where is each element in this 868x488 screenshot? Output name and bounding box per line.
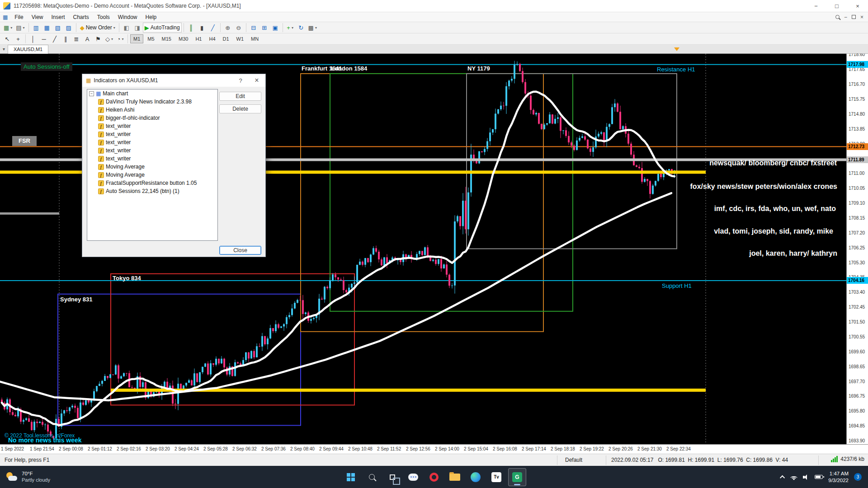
shapes-button[interactable]: ◇▾: [104, 34, 115, 44]
child-close-button[interactable]: ×: [860, 14, 863, 20]
line-chart-button[interactable]: ╱: [208, 23, 218, 33]
weather-widget[interactable]: 70°F Partly cloudy: [0, 466, 56, 488]
menu-charts[interactable]: Charts: [69, 12, 93, 22]
taskbar-clock[interactable]: 1:47 AM 9/3/2022: [828, 470, 849, 484]
wifi-icon[interactable]: [790, 474, 797, 480]
timeframe-h4[interactable]: H4: [206, 34, 218, 43]
active-app-button[interactable]: G: [508, 468, 526, 486]
delete-button[interactable]: Delete: [219, 104, 261, 113]
tradingview-button[interactable]: Tv: [487, 468, 505, 486]
search-button[interactable]: [363, 468, 381, 486]
menu-view[interactable]: View: [28, 12, 47, 22]
indicator-item[interactable]: fAuto Sessions 22,145 (btn) (1): [87, 187, 217, 195]
bar-chart-button[interactable]: ║: [186, 23, 197, 33]
new-chart-button[interactable]: ▦▾: [2, 23, 14, 33]
maximize-button[interactable]: □: [826, 0, 847, 12]
tree-root-row[interactable]: − ▦ Main chart: [87, 89, 217, 98]
cycle-lines-button[interactable]: ◔▾: [115, 34, 126, 44]
terminal-button[interactable]: ▨: [63, 23, 74, 33]
close-window-button[interactable]: ×: [847, 0, 868, 12]
indicator-item[interactable]: ftext_writer: [87, 155, 217, 163]
market-watch-button[interactable]: ▥: [31, 23, 42, 33]
add-indicator-button[interactable]: +▾: [285, 23, 296, 33]
candle-body: [421, 251, 423, 255]
menu-help[interactable]: Help: [142, 12, 161, 22]
zoom-out-button[interactable]: ⊖: [233, 23, 244, 33]
titlebar[interactable]: 117205698: MetaQuotes-Demo - Demo Accoun…: [0, 0, 868, 12]
minimize-button[interactable]: −: [806, 0, 826, 12]
timeframe-m5[interactable]: M5: [144, 34, 157, 43]
vertical-line-button[interactable]: │: [28, 34, 38, 44]
indicator-item[interactable]: ftext_writer: [87, 130, 217, 138]
timeframe-h1[interactable]: H1: [192, 34, 205, 43]
cursor-button[interactable]: ↖: [2, 34, 13, 44]
indicator-item[interactable]: ftext_writer: [87, 138, 217, 146]
window-menu-icon[interactable]: ▾: [0, 47, 8, 52]
task-view-button[interactable]: [383, 468, 401, 486]
price-scale[interactable]: 1718.601717.651716.701715.751714.801713.…: [846, 54, 868, 444]
indicator-item[interactable]: fbigger-tf-ohlc-indicator: [87, 114, 217, 122]
trendline-button[interactable]: ╱: [49, 34, 60, 44]
channel-button[interactable]: ∥: [60, 34, 71, 44]
edit-button[interactable]: Edit: [219, 92, 261, 101]
indicator-item[interactable]: fHeiken Ashi: [87, 106, 217, 114]
crosshair-button[interactable]: +: [13, 34, 24, 44]
start-button[interactable]: [342, 468, 360, 486]
auto-refresh-button[interactable]: ↻: [296, 23, 307, 33]
child-restore-button[interactable]: [852, 15, 856, 19]
tile-vertical-button[interactable]: ⊞: [259, 23, 270, 33]
menu-insert[interactable]: Insert: [47, 12, 69, 22]
data-window-button[interactable]: ▦: [42, 23, 52, 33]
timeframe-d1[interactable]: D1: [220, 34, 232, 43]
navigator-button[interactable]: ▧: [52, 23, 63, 33]
chart-window-icon[interactable]: ▦: [3, 14, 8, 20]
indicator-item[interactable]: fMoving Average: [87, 171, 217, 179]
horizontal-line-button[interactable]: ─: [38, 34, 49, 44]
dialog-titlebar[interactable]: ▦ Indicators on XAUUSD,M1 ? ×: [82, 74, 265, 87]
close-button[interactable]: Close: [219, 246, 261, 255]
timeframe-m1[interactable]: M1: [130, 34, 143, 43]
text-button[interactable]: A: [82, 34, 93, 44]
indicators-list[interactable]: − ▦ Main chart fDaVinci Truly News Indic…: [87, 89, 218, 241]
hidden-icons-chevron[interactable]: [780, 475, 785, 480]
dialog-close-icon[interactable]: ×: [250, 76, 264, 84]
indicator-item[interactable]: fDaVinci Truly News Indicator 2.3.98: [87, 98, 217, 106]
chat-button[interactable]: [404, 468, 422, 486]
indicator-item[interactable]: ftext_writer: [87, 122, 217, 130]
timeframe-mn[interactable]: MN: [248, 34, 262, 43]
menu-tools[interactable]: Tools: [93, 12, 114, 22]
menu-window[interactable]: Window: [114, 12, 142, 22]
candlestick-chart-button[interactable]: ▮: [197, 23, 208, 33]
chart-tab-xauusd[interactable]: XAUUSD,M1: [8, 45, 48, 54]
status-profile[interactable]: Default: [565, 457, 582, 463]
metaeditor-button[interactable]: ◧: [121, 23, 132, 33]
indicator-item[interactable]: fMoving Average: [87, 163, 217, 171]
collapse-icon[interactable]: −: [89, 91, 94, 96]
menu-search-icon[interactable]: [835, 15, 840, 19]
fibonacci-button[interactable]: ≣: [71, 34, 82, 44]
menu-file[interactable]: File: [10, 12, 27, 22]
indicator-item[interactable]: fFractalSupportResistance button 1.05: [87, 179, 217, 187]
cascade-windows-button[interactable]: ▣: [270, 23, 281, 33]
templates-button[interactable]: ▩▾: [307, 23, 319, 33]
timeframe-m30[interactable]: M30: [175, 34, 191, 43]
expert-advisors-button[interactable]: ◨: [132, 23, 143, 33]
autotrading-button[interactable]: ▶AutoTrading: [143, 23, 182, 33]
profiles-button[interactable]: ▤▾: [14, 23, 26, 33]
notification-badge[interactable]: 3: [854, 473, 862, 481]
zoom-in-button[interactable]: ⊕: [222, 23, 233, 33]
child-minimize-button[interactable]: −: [844, 14, 847, 20]
indicator-item[interactable]: ftext_writer: [87, 146, 217, 155]
file-explorer-button[interactable]: [446, 468, 464, 486]
volume-icon[interactable]: [803, 474, 809, 480]
edge-button[interactable]: [467, 468, 485, 486]
battery-icon[interactable]: [815, 475, 823, 479]
opera-button[interactable]: [425, 468, 443, 486]
tile-horizontal-button[interactable]: ⊟: [248, 23, 259, 33]
dialog-help-button[interactable]: ?: [234, 77, 247, 84]
label-button[interactable]: ⚑: [93, 34, 104, 44]
new-order-button[interactable]: ◆New Order▾: [78, 23, 117, 33]
timeframe-m15[interactable]: M15: [159, 34, 175, 43]
timeframe-w1[interactable]: W1: [233, 34, 247, 43]
time-axis[interactable]: 1 Sep 20221 Sep 21:542 Sep 00:082 Sep 01…: [0, 444, 868, 454]
